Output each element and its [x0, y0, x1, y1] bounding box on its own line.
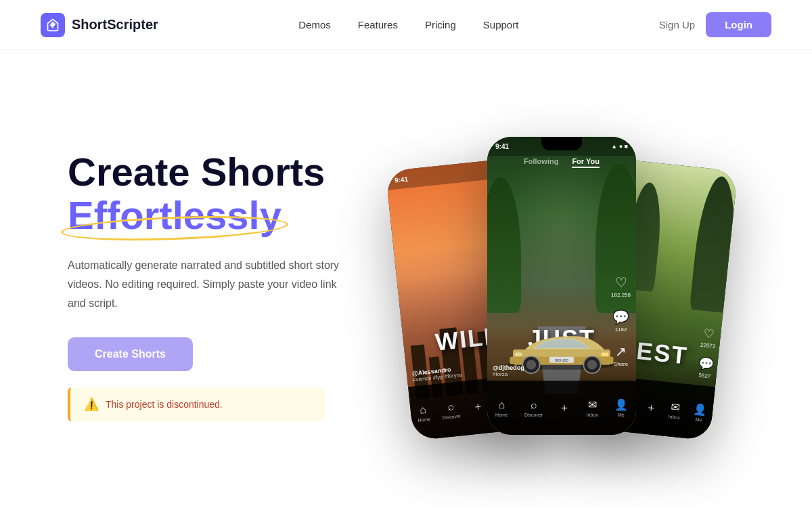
logo-text: ShortScripter [72, 17, 158, 33]
center-status-icons: ▲ ● ■ [611, 143, 628, 150]
comment-action: 💬 1182 [611, 309, 631, 333]
center-author: @djthedog #forza [493, 364, 524, 377]
foryou-tab: For You [572, 157, 600, 168]
phone-center-screen: 9:41 ▲ ● ■ Following For You JUST [487, 137, 636, 435]
nav-link-demos[interactable]: Demos [298, 19, 331, 30]
svg-point-7 [587, 360, 597, 369]
hero-content: Create Shorts Effortlessly Automatically… [68, 150, 352, 421]
r-like-action: ♡ 22071 [700, 326, 718, 350]
center-notch [541, 137, 582, 150]
center-author-tags: #forza [493, 371, 524, 377]
center-right-actions: ♡ 182,258 💬 1182 ↗ Share [611, 274, 631, 367]
phone-group: 9:41 ▲ ● ■ WILL ⌂ Home ⌕ Discover [386, 110, 738, 462]
nav-link-support[interactable]: Support [483, 19, 519, 30]
login-button[interactable]: Login [706, 12, 771, 37]
svg-point-5 [526, 360, 536, 369]
c-bottom-discover: ⌕ Discover [524, 399, 543, 417]
r-comment-icon: 💬 [698, 356, 714, 373]
center-status-time: 9:41 [495, 143, 509, 150]
hero-title-highlight: Effortlessly [68, 194, 281, 237]
comment-icon: 💬 [612, 309, 629, 325]
r-like-count: 22071 [700, 342, 716, 350]
warning-icon: ⚠️ [84, 397, 99, 412]
search-icon: ⌕ [447, 400, 455, 413]
center-bottom-bar: ⌂ Home ⌕ Discover ＋ ✉ Inbox [487, 381, 636, 435]
logo[interactable]: ShortScripter [41, 13, 158, 37]
navbar: ShortScripter Demos Features Pricing Sup… [0, 0, 812, 50]
r-bottom-inbox: ✉ Inbox [668, 400, 681, 420]
add-icon: ＋ [472, 399, 484, 415]
svg-text:803-200: 803-200 [555, 358, 568, 362]
bottom-search: ⌕ Discover [441, 400, 461, 420]
r-bottom-profile: 👤 Me [692, 402, 707, 423]
hero-phones: 9:41 ▲ ● ■ WILL ⌂ Home ⌕ Discover [352, 110, 771, 462]
following-tab: Following [524, 157, 558, 168]
discontinued-banner: ⚠️ This project is discontinued. [68, 387, 325, 421]
share-action: ↗ Share [611, 343, 631, 367]
signup-button[interactable]: Sign Up [659, 19, 695, 30]
hero-description: Automatically generate narrated and subt… [68, 256, 352, 313]
like-count: 182,258 [611, 292, 631, 298]
c-bottom-home: ⌂ Home [495, 399, 508, 417]
share-label: Share [614, 361, 628, 367]
r-profile-icon: 👤 [692, 402, 707, 417]
like-action: ♡ 182,258 [611, 274, 631, 298]
r-bottom-add: ＋ [646, 400, 658, 415]
home-icon: ⌂ [419, 403, 427, 416]
nav-links: Demos Features Pricing Support [298, 19, 518, 30]
svg-rect-10 [602, 352, 609, 356]
c-inbox-icon: ✉ [588, 398, 597, 411]
nav-link-pricing[interactable]: Pricing [425, 19, 456, 30]
c-add-icon: ＋ [559, 401, 570, 415]
center-author-name: @djthedog [493, 364, 524, 371]
nav-link-features[interactable]: Features [358, 19, 398, 30]
phone-center: 9:41 ▲ ● ■ Following For You JUST [487, 137, 636, 435]
logo-svg [46, 18, 60, 32]
share-icon: ↗ [615, 343, 627, 360]
hero-section: Create Shorts Effortlessly Automatically… [0, 50, 812, 508]
comment-count: 1182 [615, 326, 627, 333]
c-bottom-profile: 👤 Me [614, 398, 628, 417]
like-icon: ♡ [615, 274, 627, 291]
r-add-icon: ＋ [646, 400, 658, 415]
c-discover-icon: ⌕ [531, 399, 537, 411]
nav-actions: Sign Up Login [659, 12, 771, 37]
c-profile-icon: 👤 [614, 398, 628, 411]
hero-title-line1: Create Shorts Effortlessly [68, 150, 352, 237]
discontinued-text: This project is discontinued. [106, 399, 223, 410]
r-inbox-icon: ✉ [670, 400, 680, 414]
c-bottom-add: ＋ [559, 401, 570, 415]
r-like-icon: ♡ [703, 326, 715, 342]
create-shorts-button[interactable]: Create Shorts [68, 337, 193, 371]
center-tabs: Following For You [487, 157, 636, 168]
bottom-home: ⌂ Home [416, 403, 430, 423]
logo-icon [41, 13, 65, 37]
left-status-time: 9:41 [394, 175, 408, 184]
c-bottom-inbox: ✉ Inbox [587, 398, 598, 417]
r-comment-count: 5527 [698, 373, 711, 380]
c-home-icon: ⌂ [499, 399, 505, 411]
svg-rect-11 [515, 352, 522, 356]
r-comment-action: 💬 5527 [697, 356, 715, 380]
bottom-add: ＋ [472, 399, 484, 415]
